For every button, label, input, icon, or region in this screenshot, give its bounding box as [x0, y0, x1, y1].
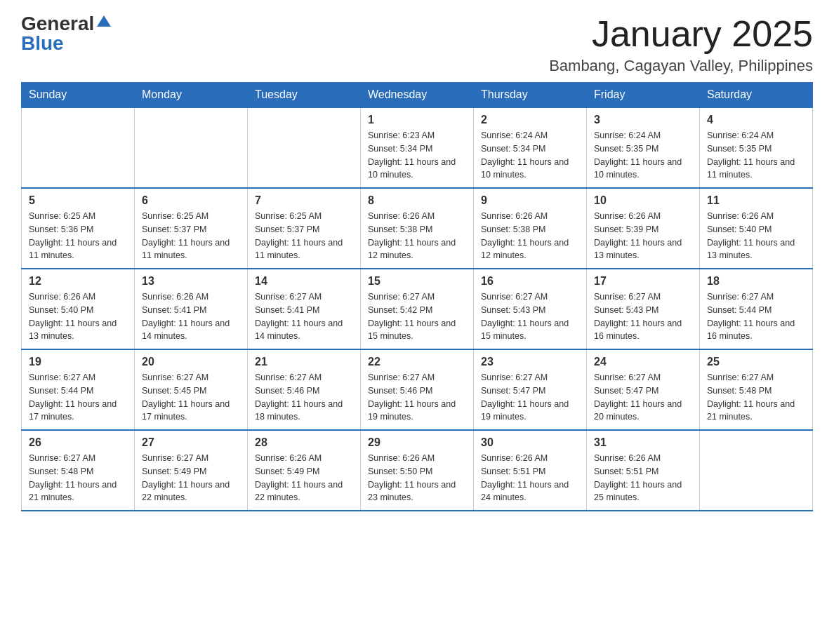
- day-number: 7: [255, 194, 353, 207]
- day-number: 4: [707, 114, 805, 126]
- calendar-cell: 30Sunrise: 6:26 AMSunset: 5:51 PMDayligh…: [474, 430, 587, 511]
- day-info: Sunrise: 6:25 AMSunset: 5:37 PMDaylight:…: [142, 210, 240, 262]
- day-number: 25: [707, 356, 805, 368]
- day-number: 30: [481, 436, 579, 449]
- day-number: 18: [707, 275, 805, 288]
- day-number: 21: [255, 356, 353, 368]
- day-info: Sunrise: 6:24 AMSunset: 5:35 PMDaylight:…: [594, 129, 692, 182]
- calendar-header-row: SundayMondayTuesdayWednesdayThursdayFrid…: [22, 83, 813, 108]
- calendar-cell: 8Sunrise: 6:26 AMSunset: 5:38 PMDaylight…: [361, 188, 474, 269]
- day-info: Sunrise: 6:27 AMSunset: 5:45 PMDaylight:…: [142, 371, 240, 424]
- day-number: 3: [594, 114, 692, 126]
- calendar-cell: 25Sunrise: 6:27 AMSunset: 5:48 PMDayligh…: [700, 349, 813, 430]
- day-info: Sunrise: 6:27 AMSunset: 5:49 PMDaylight:…: [142, 452, 240, 504]
- day-info: Sunrise: 6:27 AMSunset: 5:46 PMDaylight:…: [368, 371, 466, 424]
- calendar-week-row: 5Sunrise: 6:25 AMSunset: 5:36 PMDaylight…: [22, 188, 813, 269]
- day-number: 1: [368, 114, 466, 126]
- day-info: Sunrise: 6:27 AMSunset: 5:46 PMDaylight:…: [255, 371, 353, 424]
- day-number: 17: [594, 275, 692, 288]
- day-number: 12: [29, 275, 127, 288]
- day-info: Sunrise: 6:27 AMSunset: 5:47 PMDaylight:…: [594, 371, 692, 424]
- calendar-cell: [22, 107, 135, 188]
- calendar-week-row: 19Sunrise: 6:27 AMSunset: 5:44 PMDayligh…: [22, 349, 813, 430]
- calendar-cell: 31Sunrise: 6:26 AMSunset: 5:51 PMDayligh…: [587, 430, 700, 511]
- calendar-cell: 16Sunrise: 6:27 AMSunset: 5:43 PMDayligh…: [474, 269, 587, 349]
- calendar-cell: 13Sunrise: 6:26 AMSunset: 5:41 PMDayligh…: [135, 269, 248, 349]
- calendar-cell: 9Sunrise: 6:26 AMSunset: 5:38 PMDaylight…: [474, 188, 587, 269]
- day-info: Sunrise: 6:27 AMSunset: 5:43 PMDaylight:…: [481, 290, 579, 343]
- calendar-cell: 23Sunrise: 6:27 AMSunset: 5:47 PMDayligh…: [474, 349, 587, 430]
- calendar-cell: 20Sunrise: 6:27 AMSunset: 5:45 PMDayligh…: [135, 349, 248, 430]
- day-info: Sunrise: 6:27 AMSunset: 5:48 PMDaylight:…: [29, 452, 127, 504]
- day-info: Sunrise: 6:26 AMSunset: 5:49 PMDaylight:…: [255, 452, 353, 504]
- calendar-cell: 22Sunrise: 6:27 AMSunset: 5:46 PMDayligh…: [361, 349, 474, 430]
- location-title: Bambang, Cagayan Valley, Philippines: [549, 57, 813, 75]
- day-number: 14: [255, 275, 353, 288]
- calendar-day-header: Monday: [135, 83, 248, 108]
- day-info: Sunrise: 6:26 AMSunset: 5:38 PMDaylight:…: [481, 210, 579, 262]
- day-info: Sunrise: 6:27 AMSunset: 5:41 PMDaylight:…: [255, 290, 353, 343]
- calendar-cell: 26Sunrise: 6:27 AMSunset: 5:48 PMDayligh…: [22, 430, 135, 511]
- day-info: Sunrise: 6:26 AMSunset: 5:51 PMDaylight:…: [594, 452, 692, 504]
- day-number: 23: [481, 356, 579, 368]
- calendar-cell: [248, 107, 361, 188]
- day-info: Sunrise: 6:25 AMSunset: 5:37 PMDaylight:…: [255, 210, 353, 262]
- calendar-cell: 24Sunrise: 6:27 AMSunset: 5:47 PMDayligh…: [587, 349, 700, 430]
- calendar-cell: 28Sunrise: 6:26 AMSunset: 5:49 PMDayligh…: [248, 430, 361, 511]
- calendar-table: SundayMondayTuesdayWednesdayThursdayFrid…: [21, 82, 813, 511]
- day-info: Sunrise: 6:24 AMSunset: 5:34 PMDaylight:…: [481, 129, 579, 182]
- day-number: 16: [481, 275, 579, 288]
- calendar-cell: 7Sunrise: 6:25 AMSunset: 5:37 PMDaylight…: [248, 188, 361, 269]
- day-info: Sunrise: 6:26 AMSunset: 5:40 PMDaylight:…: [29, 290, 127, 343]
- title-section: January 2025 Bambang, Cagayan Valley, Ph…: [549, 14, 813, 75]
- calendar-cell: 12Sunrise: 6:26 AMSunset: 5:40 PMDayligh…: [22, 269, 135, 349]
- day-number: 26: [29, 436, 127, 449]
- calendar-day-header: Wednesday: [361, 83, 474, 108]
- calendar-week-row: 1Sunrise: 6:23 AMSunset: 5:34 PMDaylight…: [22, 107, 813, 188]
- calendar-cell: 4Sunrise: 6:24 AMSunset: 5:35 PMDaylight…: [700, 107, 813, 188]
- calendar-cell: 19Sunrise: 6:27 AMSunset: 5:44 PMDayligh…: [22, 349, 135, 430]
- day-info: Sunrise: 6:26 AMSunset: 5:38 PMDaylight:…: [368, 210, 466, 262]
- day-info: Sunrise: 6:27 AMSunset: 5:47 PMDaylight:…: [481, 371, 579, 424]
- calendar-cell: 21Sunrise: 6:27 AMSunset: 5:46 PMDayligh…: [248, 349, 361, 430]
- calendar-day-header: Tuesday: [248, 83, 361, 108]
- calendar-cell: 17Sunrise: 6:27 AMSunset: 5:43 PMDayligh…: [587, 269, 700, 349]
- day-number: 5: [29, 194, 127, 207]
- calendar-cell: [135, 107, 248, 188]
- calendar-day-header: Thursday: [474, 83, 587, 108]
- calendar-day-header: Saturday: [700, 83, 813, 108]
- month-title: January 2025: [549, 14, 813, 54]
- calendar-cell: [700, 430, 813, 511]
- logo: General Blue: [21, 14, 111, 53]
- calendar-cell: 6Sunrise: 6:25 AMSunset: 5:37 PMDaylight…: [135, 188, 248, 269]
- calendar-cell: 2Sunrise: 6:24 AMSunset: 5:34 PMDaylight…: [474, 107, 587, 188]
- page-header: General Blue January 2025 Bambang, Cagay…: [21, 14, 813, 75]
- day-number: 8: [368, 194, 466, 207]
- day-info: Sunrise: 6:23 AMSunset: 5:34 PMDaylight:…: [368, 129, 466, 182]
- day-info: Sunrise: 6:26 AMSunset: 5:40 PMDaylight:…: [707, 210, 805, 262]
- calendar-cell: 29Sunrise: 6:26 AMSunset: 5:50 PMDayligh…: [361, 430, 474, 511]
- day-number: 20: [142, 356, 240, 368]
- day-number: 9: [481, 194, 579, 207]
- day-info: Sunrise: 6:27 AMSunset: 5:48 PMDaylight:…: [707, 371, 805, 424]
- day-number: 2: [481, 114, 579, 126]
- day-number: 10: [594, 194, 692, 207]
- day-number: 28: [255, 436, 353, 449]
- logo-general-text: General: [21, 14, 94, 34]
- logo-triangle-icon: [97, 15, 111, 27]
- day-number: 24: [594, 356, 692, 368]
- calendar-week-row: 12Sunrise: 6:26 AMSunset: 5:40 PMDayligh…: [22, 269, 813, 349]
- day-number: 27: [142, 436, 240, 449]
- day-number: 13: [142, 275, 240, 288]
- calendar-cell: 1Sunrise: 6:23 AMSunset: 5:34 PMDaylight…: [361, 107, 474, 188]
- day-number: 15: [368, 275, 466, 288]
- day-info: Sunrise: 6:26 AMSunset: 5:51 PMDaylight:…: [481, 452, 579, 504]
- day-info: Sunrise: 6:26 AMSunset: 5:41 PMDaylight:…: [142, 290, 240, 343]
- day-info: Sunrise: 6:27 AMSunset: 5:43 PMDaylight:…: [594, 290, 692, 343]
- day-info: Sunrise: 6:27 AMSunset: 5:44 PMDaylight:…: [707, 290, 805, 343]
- calendar-day-header: Sunday: [22, 83, 135, 108]
- day-info: Sunrise: 6:25 AMSunset: 5:36 PMDaylight:…: [29, 210, 127, 262]
- calendar-cell: 18Sunrise: 6:27 AMSunset: 5:44 PMDayligh…: [700, 269, 813, 349]
- calendar-cell: 15Sunrise: 6:27 AMSunset: 5:42 PMDayligh…: [361, 269, 474, 349]
- calendar-week-row: 26Sunrise: 6:27 AMSunset: 5:48 PMDayligh…: [22, 430, 813, 511]
